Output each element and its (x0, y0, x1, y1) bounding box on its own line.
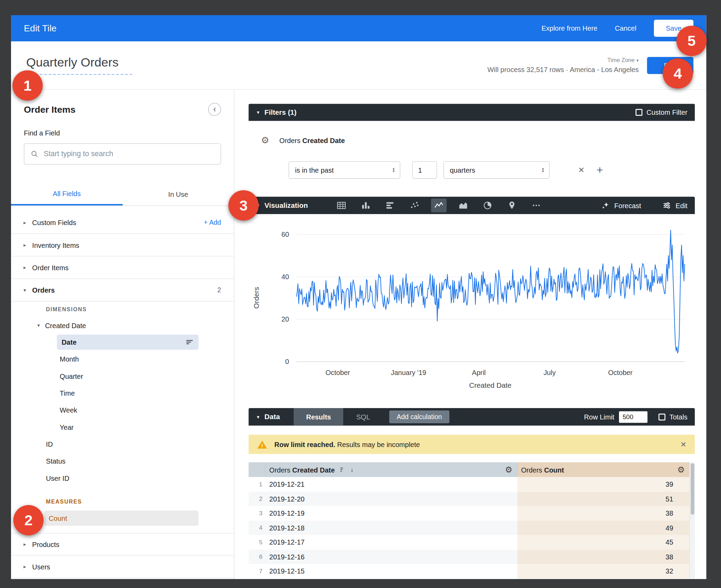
edit-viz-button[interactable]: Edit (662, 201, 688, 210)
gear-icon[interactable]: ⚙ (505, 466, 512, 474)
map-chart-icon[interactable] (504, 199, 520, 212)
add-filter-icon[interactable]: + (597, 164, 603, 176)
sidebar-subgroup-created-date[interactable]: ▾Created Date (11, 317, 234, 334)
tab-in-use[interactable]: In Use (122, 183, 234, 205)
cell-count[interactable]: 32 (517, 564, 689, 578)
sidebar-field-year[interactable]: Year (11, 419, 234, 436)
sidebar-field-date[interactable]: Date (11, 334, 234, 351)
tab-results[interactable]: Results (294, 408, 343, 426)
row-number: 2 (248, 491, 265, 506)
chevron-right-icon: ▸ (21, 242, 28, 248)
timezone-dropdown[interactable]: Time Zone▾ (487, 57, 639, 63)
sidebar-group-users[interactable]: ▸Users (11, 556, 234, 578)
cell-created-date[interactable]: 2019-12-15 (266, 564, 518, 578)
sidebar-group-orders[interactable]: ▾Orders2 (11, 279, 234, 301)
group-label: Products (32, 540, 221, 548)
tab-all-fields[interactable]: All Fields (11, 183, 122, 205)
cell-count[interactable]: 38 (517, 506, 689, 520)
row-limit-input[interactable] (619, 411, 648, 423)
sidebar-field-month[interactable]: Month (11, 351, 234, 367)
forecast-button[interactable]: Forecast (601, 201, 641, 210)
sidebar-field-time[interactable]: Time (11, 385, 234, 402)
filter-value-input[interactable] (412, 161, 437, 179)
sidebar-field-user-id[interactable]: User ID (11, 470, 234, 487)
cell-count[interactable]: 39 (517, 477, 689, 491)
row-number: 7 (248, 564, 265, 578)
table-row: 12019-12-2139 (248, 477, 695, 491)
x-axis-label: Created Date (469, 381, 511, 389)
filter-operator-select[interactable]: is in the past ▲▼ (288, 161, 400, 179)
sidebar-group-custom-fields[interactable]: ▸Custom Fields+ Add (11, 211, 234, 234)
line-chart-icon[interactable] (431, 199, 447, 212)
sidebar-field-count[interactable]: Count (11, 510, 234, 527)
column-header-count[interactable]: Orders Count ⚙ (517, 462, 689, 477)
tile-name[interactable]: Quarterly Orders (26, 55, 132, 75)
close-warning-icon[interactable]: ✕ (680, 440, 687, 449)
cancel-button[interactable]: Cancel (615, 24, 636, 32)
sidebar-field-status[interactable]: Status (11, 453, 234, 469)
unfold-more-icon: ▲▼ (392, 167, 395, 173)
cell-count[interactable]: 38 (517, 549, 689, 564)
gear-icon[interactable]: ⚙ (261, 135, 269, 145)
sidebar-field-quarter[interactable]: Quarter (11, 368, 234, 385)
group-label: Inventory Items (32, 241, 221, 249)
chart-series-orders (296, 230, 685, 353)
group-label: Custom Fields (32, 219, 204, 226)
sidebar-group-inventory-items[interactable]: ▸Inventory Items (11, 234, 234, 256)
sidebar-group-order-items[interactable]: ▸Order Items (11, 256, 234, 279)
table-scrollbar[interactable] (689, 462, 695, 578)
sidebar-field-id[interactable]: ID (11, 436, 234, 453)
explore-main-panel: ▾ Filters (1) Custom Filter ⚙ Orders Cre… (234, 90, 706, 579)
subgroup-label: Created Date (45, 322, 86, 330)
sort-lines-icon (339, 466, 346, 473)
cell-created-date[interactable]: 2019-12-20 (266, 491, 518, 506)
pie-chart-icon[interactable] (480, 199, 495, 212)
cell-created-date[interactable]: 2019-12-21 (266, 477, 518, 491)
filter-icon[interactable] (185, 338, 194, 346)
cell-created-date[interactable]: 2019-12-17 (266, 535, 518, 549)
cell-count[interactable]: 45 (517, 535, 689, 549)
cell-created-date[interactable]: 2019-12-16 (266, 549, 518, 564)
filter-unit-select[interactable]: quarters ▲▼ (444, 161, 550, 179)
area-chart-icon[interactable] (455, 199, 471, 212)
column-header-created-date[interactable]: Orders Created Date ↓ ⚙ (266, 462, 518, 477)
add-custom-field-button[interactable]: + Add (204, 219, 221, 226)
field-picker-sidebar: Order Items ‹ Find a Field All Fields In… (11, 90, 234, 579)
chevron-down-icon: ▾ (35, 322, 42, 328)
scrollbar-thumb[interactable] (691, 463, 694, 515)
sort-desc-icon: ↓ (351, 466, 354, 473)
field-search-box[interactable] (24, 143, 221, 164)
table-chart-icon[interactable] (334, 199, 349, 212)
custom-filter-checkbox[interactable]: Custom Filter (636, 109, 688, 116)
filter-panel: ⚙ Orders Created Date is in the past ▲▼ … (248, 121, 695, 197)
field-tabs: All Fields In Use (11, 183, 234, 206)
collapse-sidebar-button[interactable]: ‹ (208, 103, 221, 116)
sidebar-field-week[interactable]: Week (11, 402, 234, 418)
add-calculation-button[interactable]: Add calculation (389, 410, 449, 423)
x-tick: October (608, 369, 632, 376)
scatter-chart-icon[interactable] (407, 199, 422, 212)
search-input[interactable] (44, 150, 215, 158)
explore-from-here-link[interactable]: Explore from Here (541, 24, 597, 32)
chevron-down-icon[interactable]: ▾ (257, 414, 259, 420)
chevron-down-icon[interactable]: ▾ (257, 109, 259, 115)
bar-chart-icon[interactable] (358, 199, 374, 212)
chevron-right-icon: ▸ (21, 220, 28, 225)
cell-created-date[interactable]: 2019-12-19 (266, 506, 518, 520)
line-chart: 0 20 40 60 October January '19 April Jul… (248, 214, 695, 408)
sidebar-group-products[interactable]: ▸Products (11, 533, 234, 556)
horizontal-bar-chart-icon[interactable] (382, 199, 398, 212)
cell-count[interactable]: 49 (517, 520, 689, 535)
tab-sql[interactable]: SQL (356, 413, 370, 421)
data-bar: ▾ Data Results SQL Add calculation Row L… (248, 408, 695, 426)
remove-filter-icon[interactable]: ✕ (578, 165, 585, 175)
x-tick: October (325, 369, 350, 376)
table-header: Orders Created Date ↓ ⚙ Orders Count ⚙ (248, 462, 695, 477)
cell-count[interactable]: 51 (517, 491, 689, 506)
gear-icon[interactable]: ⚙ (677, 466, 685, 474)
totals-checkbox[interactable]: Totals (658, 413, 687, 421)
cell-created-date[interactable]: 2019-12-18 (266, 520, 518, 535)
more-chart-types-icon[interactable] (528, 199, 544, 212)
chevron-right-icon: ▸ (21, 264, 28, 270)
filter-unit-value: quarters (450, 166, 475, 174)
